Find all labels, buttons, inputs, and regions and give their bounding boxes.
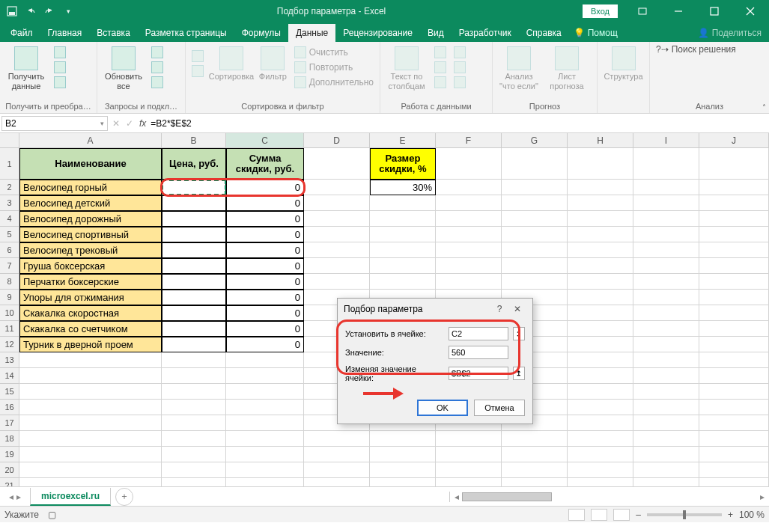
cell[interactable] [304, 274, 370, 290]
cell[interactable] [19, 352, 162, 368]
row-header[interactable]: 11 [0, 321, 19, 337]
close-button[interactable] [733, 0, 768, 22]
cell[interactable] [502, 431, 568, 447]
cell[interactable] [699, 321, 769, 337]
dialog-close-button[interactable]: ✕ [508, 304, 526, 314]
cell[interactable] [633, 415, 699, 431]
minimize-button[interactable] [661, 0, 696, 22]
cell[interactable]: Наименование [19, 148, 162, 180]
cell[interactable] [162, 368, 226, 384]
cell[interactable] [436, 431, 502, 447]
cell[interactable] [226, 478, 304, 486]
cell[interactable] [699, 384, 769, 400]
ribbon-display-icon[interactable] [625, 0, 660, 22]
col-header-I[interactable]: I [633, 133, 699, 147]
tab-insert[interactable]: Вставка [89, 24, 138, 42]
whatif-button[interactable]: Анализ "что если" [497, 43, 541, 91]
row-header[interactable]: 6 [0, 242, 19, 258]
cell[interactable]: 0 [226, 274, 304, 290]
page-layout-view-button[interactable] [591, 509, 607, 521]
undo-icon[interactable] [22, 2, 40, 20]
from-web-button[interactable] [52, 61, 67, 74]
cell[interactable] [162, 337, 226, 352]
cell[interactable] [304, 462, 370, 478]
cell[interactable] [304, 447, 370, 462]
cell[interactable] [699, 258, 769, 274]
cell[interactable] [370, 211, 436, 227]
range-picker-icon[interactable]: ↥ [513, 327, 525, 340]
cell[interactable] [370, 242, 436, 258]
cell[interactable] [502, 274, 568, 290]
cell[interactable] [633, 290, 699, 305]
tab-view[interactable]: Вид [420, 24, 452, 42]
row-header[interactable]: 5 [0, 227, 19, 242]
consolidate-button[interactable] [452, 46, 467, 59]
scroll-left-icon[interactable]: ◂ [452, 492, 462, 502]
cell[interactable] [370, 227, 436, 242]
ok-button[interactable]: OK [417, 400, 468, 416]
cell[interactable] [502, 148, 568, 180]
add-sheet-button[interactable]: ＋ [115, 488, 133, 506]
cell[interactable] [370, 462, 436, 478]
cell[interactable] [436, 148, 502, 180]
cell[interactable] [370, 258, 436, 274]
zoom-in-button[interactable]: + [728, 510, 733, 520]
cell[interactable] [162, 305, 226, 321]
cell[interactable] [699, 462, 769, 478]
row-header[interactable]: 20 [0, 462, 19, 478]
cell[interactable] [633, 384, 699, 400]
cell[interactable] [568, 274, 633, 290]
cell[interactable] [633, 368, 699, 384]
cell[interactable] [568, 148, 633, 180]
cell[interactable] [699, 431, 769, 447]
cell[interactable] [19, 400, 162, 415]
cell[interactable] [633, 180, 699, 195]
cell[interactable] [633, 274, 699, 290]
cell[interactable] [699, 290, 769, 305]
cell[interactable]: Сумма скидки, руб. [226, 148, 304, 180]
cell[interactable] [370, 447, 436, 462]
sort-za-button[interactable] [190, 64, 205, 78]
cell[interactable] [19, 462, 162, 478]
name-box[interactable]: B2▾ [1, 116, 108, 131]
cell[interactable] [226, 447, 304, 462]
row-header[interactable]: 21 [0, 478, 19, 486]
cell[interactable] [226, 352, 304, 368]
cell[interactable] [633, 305, 699, 321]
cell[interactable] [304, 148, 370, 180]
solver-button[interactable]: ?⇢Поиск решения [654, 43, 738, 55]
zoom-slider[interactable] [647, 513, 722, 516]
col-header-C[interactable]: C [226, 133, 304, 147]
sort-az-button[interactable] [190, 49, 205, 63]
cell[interactable] [633, 195, 699, 211]
row-header[interactable]: 1 [0, 148, 19, 180]
set-cell-input[interactable]: C2 [449, 327, 508, 340]
cell[interactable]: Велосипед спортивный [19, 227, 162, 242]
cell[interactable] [633, 227, 699, 242]
reapply-button[interactable]: Повторить [293, 61, 375, 74]
row-header[interactable]: 4 [0, 211, 19, 227]
cell[interactable] [633, 447, 699, 462]
scroll-right-icon[interactable]: ▸ [757, 492, 768, 502]
filter-button[interactable]: Фильтр [258, 43, 288, 82]
cell[interactable] [568, 180, 633, 195]
cell[interactable] [370, 274, 436, 290]
outline-button[interactable]: Структура [602, 43, 645, 82]
tab-data[interactable]: Данные [288, 24, 335, 42]
cell[interactable] [226, 400, 304, 415]
cell[interactable] [633, 337, 699, 352]
cell[interactable] [568, 211, 633, 227]
cell[interactable] [568, 368, 633, 384]
cell[interactable] [568, 384, 633, 400]
normal-view-button[interactable] [568, 509, 585, 521]
row-header[interactable]: 16 [0, 400, 19, 415]
cancel-button[interactable]: Отмена [474, 400, 525, 416]
cell[interactable] [633, 462, 699, 478]
cell[interactable] [304, 431, 370, 447]
zoom-level[interactable]: 100 % [739, 510, 765, 520]
cell[interactable]: Велосипед детский [19, 195, 162, 211]
cell[interactable]: 0 [226, 337, 304, 352]
properties-button[interactable] [150, 61, 165, 74]
forecast-button[interactable]: Лист прогноза [545, 43, 589, 91]
cell[interactable] [633, 258, 699, 274]
